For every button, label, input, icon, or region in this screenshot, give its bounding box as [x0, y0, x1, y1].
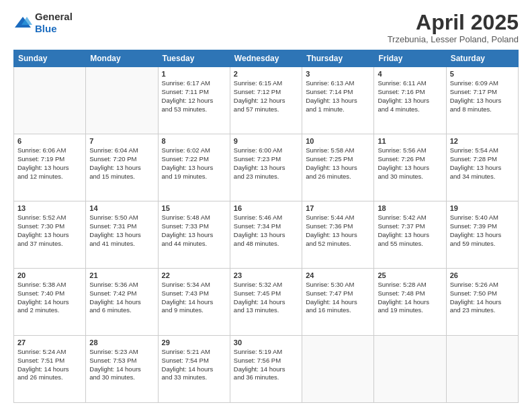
day-number: 15 — [162, 204, 226, 212]
day-info: Sunset: 7:39 PM — [450, 222, 515, 231]
day-info: Sunrise: 6:06 AM — [17, 146, 82, 155]
day-info: Daylight: 14 hours — [162, 365, 226, 374]
calendar-week-row: 20Sunrise: 5:38 AMSunset: 7:40 PMDayligh… — [14, 269, 519, 336]
day-number: 21 — [89, 271, 154, 279]
day-info: Daylight: 12 hours — [234, 97, 298, 105]
calendar-cell: 24Sunrise: 5:30 AMSunset: 7:47 PMDayligh… — [302, 269, 374, 336]
calendar-cell — [374, 336, 446, 403]
day-info: Daylight: 13 hours — [234, 164, 298, 173]
day-number: 20 — [17, 271, 82, 279]
location: Trzebunia, Lesser Poland, Poland — [388, 34, 519, 44]
calendar-cell: 28Sunrise: 5:23 AMSunset: 7:53 PMDayligh… — [86, 336, 158, 403]
calendar-cell: 10Sunrise: 5:58 AMSunset: 7:25 PMDayligh… — [302, 134, 374, 201]
day-info: and 30 minutes. — [378, 173, 442, 181]
calendar-cell: 18Sunrise: 5:42 AMSunset: 7:37 PMDayligh… — [374, 201, 446, 269]
calendar-cell: 25Sunrise: 5:28 AMSunset: 7:48 PMDayligh… — [374, 269, 446, 336]
day-info: Sunset: 7:43 PM — [162, 289, 226, 298]
day-info: Daylight: 13 hours — [17, 231, 82, 240]
day-info: Daylight: 14 hours — [17, 298, 82, 307]
calendar-cell: 22Sunrise: 5:34 AMSunset: 7:43 PMDayligh… — [158, 269, 230, 336]
calendar-cell: 30Sunrise: 5:19 AMSunset: 7:56 PMDayligh… — [230, 336, 302, 403]
day-number: 16 — [234, 204, 298, 212]
day-number: 10 — [306, 137, 370, 145]
col-header-tuesday: Tuesday — [158, 50, 230, 67]
day-number: 12 — [450, 137, 515, 145]
day-info: and 30 minutes. — [89, 373, 154, 382]
day-info: Sunset: 7:33 PM — [162, 222, 226, 231]
day-info: Daylight: 13 hours — [17, 164, 82, 173]
day-info: and 36 minutes. — [234, 373, 298, 382]
day-number: 5 — [450, 70, 515, 78]
day-info: Sunrise: 6:02 AM — [162, 146, 226, 155]
day-info: Sunrise: 5:54 AM — [450, 146, 515, 155]
day-info: Sunset: 7:36 PM — [306, 222, 370, 231]
day-number: 24 — [306, 271, 370, 279]
day-number: 4 — [378, 70, 442, 78]
day-info: Sunset: 7:42 PM — [89, 289, 154, 298]
day-info: Daylight: 13 hours — [162, 164, 226, 173]
calendar-cell: 26Sunrise: 5:26 AMSunset: 7:50 PMDayligh… — [446, 269, 518, 336]
day-info: Sunrise: 5:46 AM — [234, 214, 298, 222]
day-info: Daylight: 13 hours — [450, 97, 515, 105]
col-header-thursday: Thursday — [302, 50, 374, 67]
day-info: and 57 minutes. — [234, 105, 298, 114]
day-info: Sunset: 7:47 PM — [306, 289, 370, 298]
day-info: Sunrise: 5:56 AM — [378, 146, 442, 155]
day-info: Sunrise: 5:42 AM — [378, 214, 442, 222]
month-title: April 2025 — [388, 11, 519, 34]
day-number: 30 — [234, 338, 298, 347]
day-info: and 59 minutes. — [450, 240, 515, 248]
day-number: 1 — [162, 70, 226, 78]
day-info: Daylight: 13 hours — [306, 231, 370, 240]
calendar-cell — [86, 67, 158, 134]
day-number: 14 — [89, 204, 154, 212]
day-info: Daylight: 13 hours — [378, 231, 442, 240]
day-info: Sunset: 7:48 PM — [378, 289, 442, 298]
calendar-cell: 5Sunrise: 6:09 AMSunset: 7:17 PMDaylight… — [446, 67, 518, 134]
day-info: and 52 minutes. — [306, 240, 370, 248]
day-info: Sunset: 7:51 PM — [17, 357, 82, 365]
col-header-sunday: Sunday — [14, 50, 86, 67]
day-info: Sunset: 7:25 PM — [306, 155, 370, 164]
day-info: and 44 minutes. — [162, 240, 226, 248]
day-info: Sunset: 7:53 PM — [89, 357, 154, 365]
day-info: and 23 minutes. — [450, 306, 515, 315]
day-info: and 2 minutes. — [17, 306, 82, 315]
day-number: 11 — [378, 137, 442, 145]
day-info: Sunrise: 5:52 AM — [17, 214, 82, 222]
calendar-cell: 3Sunrise: 6:13 AMSunset: 7:14 PMDaylight… — [302, 67, 374, 134]
day-info: and 9 minutes. — [162, 306, 226, 315]
day-info: Sunrise: 5:24 AM — [17, 348, 82, 357]
title-section: April 2025 Trzebunia, Lesser Poland, Pol… — [388, 11, 519, 44]
day-info: Sunrise: 5:38 AM — [17, 281, 82, 289]
day-info: Sunrise: 5:34 AM — [162, 281, 226, 289]
day-info: Sunrise: 5:21 AM — [162, 348, 226, 357]
calendar-cell: 29Sunrise: 5:21 AMSunset: 7:54 PMDayligh… — [158, 336, 230, 403]
calendar-cell: 16Sunrise: 5:46 AMSunset: 7:34 PMDayligh… — [230, 201, 302, 269]
day-info: and 19 minutes. — [378, 306, 442, 315]
day-info: Sunset: 7:34 PM — [234, 222, 298, 231]
day-info: Sunrise: 6:11 AM — [378, 79, 442, 88]
day-info: Daylight: 13 hours — [378, 164, 442, 173]
day-info: Sunset: 7:22 PM — [162, 155, 226, 164]
day-info: Daylight: 13 hours — [234, 231, 298, 240]
day-info: Sunrise: 6:09 AM — [450, 79, 515, 88]
calendar-cell: 4Sunrise: 6:11 AMSunset: 7:16 PMDaylight… — [374, 67, 446, 134]
day-info: Sunset: 7:45 PM — [234, 289, 298, 298]
calendar-cell: 19Sunrise: 5:40 AMSunset: 7:39 PMDayligh… — [446, 201, 518, 269]
day-number: 13 — [17, 204, 82, 212]
logo-icon — [13, 15, 32, 30]
calendar-cell — [302, 336, 374, 403]
day-info: and 12 minutes. — [17, 173, 82, 181]
day-info: Daylight: 14 hours — [306, 298, 370, 307]
day-info: Daylight: 14 hours — [17, 365, 82, 374]
calendar-cell: 9Sunrise: 6:00 AMSunset: 7:23 PMDaylight… — [230, 134, 302, 201]
day-info: Daylight: 13 hours — [89, 164, 154, 173]
day-number: 29 — [162, 338, 226, 347]
calendar-week-row: 6Sunrise: 6:06 AMSunset: 7:19 PMDaylight… — [14, 134, 519, 201]
day-info: and 1 minute. — [306, 105, 370, 114]
day-info: and 6 minutes. — [89, 306, 154, 315]
day-info: Sunrise: 6:17 AM — [162, 79, 226, 88]
day-number: 25 — [378, 271, 442, 279]
logo-text: General Blue — [35, 11, 73, 35]
